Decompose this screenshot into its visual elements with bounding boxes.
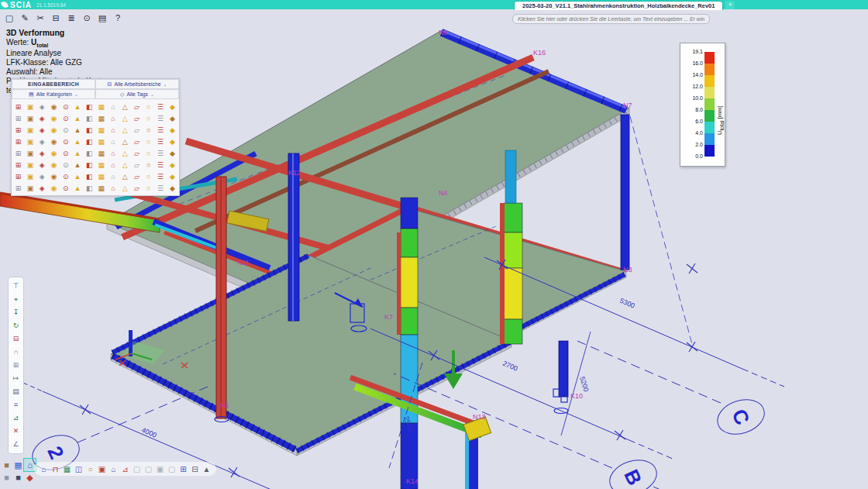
toolbox-icon[interactable]: ◈ — [36, 182, 48, 194]
toolbox-icon[interactable]: △ — [119, 182, 131, 194]
toolbox-icon[interactable]: ◧ — [84, 124, 95, 136]
toolbox-icon[interactable]: ▱ — [131, 182, 143, 194]
toolbox-icon[interactable]: ◆ — [167, 101, 178, 112]
toolbox-icon[interactable]: ▱ — [131, 112, 143, 124]
edit-icon[interactable]: ✎ — [17, 13, 33, 23]
inactive-view-1-icon[interactable]: ▢ — [131, 465, 143, 474]
toolbox-icon[interactable]: ▣ — [24, 170, 36, 182]
toolbox-icon[interactable]: ▣ — [24, 136, 36, 147]
render-surface-icon[interactable]: ▦ — [61, 465, 73, 474]
toolbox-icon[interactable]: ▲ — [71, 170, 83, 182]
view-home-icon[interactable]: ⌂ — [38, 465, 50, 474]
light-icon[interactable]: ○ — [84, 465, 96, 474]
toolbox-icon[interactable]: ☰ — [154, 147, 166, 159]
prism-red-icon[interactable]: ◆ — [24, 471, 36, 484]
toolbox-icon[interactable]: ○ — [143, 182, 154, 194]
toolbox-icon[interactable]: ⌂ — [107, 147, 119, 159]
hinge-icon[interactable]: ⌖ — [14, 293, 18, 306]
toolbox-icon[interactable]: ○ — [143, 159, 154, 170]
toolbox-icon[interactable]: ◈ — [36, 101, 48, 112]
toolbox-icon[interactable]: ⌂ — [107, 182, 119, 194]
toolbox-icon[interactable]: ◈ — [36, 159, 48, 170]
toolbox-icon[interactable]: ○ — [143, 147, 154, 159]
printer-scene-icon[interactable]: ▲ — [201, 465, 212, 474]
toolbox-icon[interactable]: ◆ — [167, 159, 178, 170]
new-tab-button[interactable]: + — [725, 1, 735, 9]
toolbox-icon[interactable]: ▣ — [24, 124, 36, 136]
load-icon[interactable]: ↧ — [13, 306, 19, 319]
toolbox-icon[interactable]: ◆ — [167, 147, 178, 159]
support-icon[interactable]: ⊤ — [13, 280, 19, 293]
toolbox-icon[interactable]: ◉ — [48, 159, 60, 170]
toolbox-icon[interactable]: ◉ — [48, 112, 60, 124]
annotation-input[interactable] — [512, 14, 710, 24]
help-icon[interactable]: ? — [110, 13, 126, 22]
toolbox-icon[interactable]: ▣ — [24, 101, 36, 112]
toolbox-icon[interactable]: ▦ — [95, 124, 107, 136]
labels-icon[interactable]: ▣ — [96, 465, 108, 474]
toolbox-icon[interactable]: △ — [119, 124, 131, 136]
toolbox-icon[interactable]: ◉ — [48, 136, 60, 147]
toolbox-icon[interactable]: ☰ — [154, 124, 166, 136]
toolbox-icon[interactable]: ▣ — [24, 182, 36, 194]
toolbox-icon[interactable]: ▲ — [71, 136, 83, 147]
toolbox-icon[interactable]: △ — [119, 147, 131, 159]
toolbox-icon[interactable]: ▲ — [71, 124, 83, 136]
inactive-view-4-icon[interactable]: ▢ — [166, 465, 177, 474]
toolbox-icon[interactable]: ◉ — [48, 170, 60, 182]
document-tab[interactable]: 2025-03-20_V21.1_Stahlrahmenkonstruktion… — [514, 1, 723, 10]
tools-icon[interactable]: ✂ — [33, 13, 48, 23]
input-panel-header[interactable]: EINGABEBEREICH — [12, 79, 95, 89]
toolbox-icon[interactable]: ◈ — [36, 147, 48, 159]
toolbox-icon[interactable]: △ — [119, 170, 131, 182]
toolbox-icon[interactable]: △ — [119, 159, 131, 170]
toolbox-icon[interactable]: ⊞ — [12, 170, 24, 182]
toolbox-icon[interactable]: ⊞ — [12, 112, 24, 124]
toolbox-icon[interactable]: ◆ — [167, 136, 178, 147]
section-icon[interactable]: ⊿ — [13, 412, 19, 425]
toolbox-icon[interactable]: ▲ — [71, 101, 83, 112]
toolbox-icon[interactable]: ○ — [143, 101, 154, 112]
toolbox-icon[interactable]: ◧ — [84, 182, 95, 194]
toolbox-icon[interactable]: ◆ — [167, 182, 178, 194]
toolbox-icon[interactable]: ▦ — [95, 170, 107, 182]
toolbox-icon[interactable]: ▱ — [131, 159, 143, 170]
box-select-icon[interactable]: ⊟ — [189, 465, 201, 474]
section-view-icon[interactable]: ⊿ — [119, 465, 131, 474]
toolbox-icon[interactable]: ⊙ — [60, 136, 71, 147]
toolbox-icon[interactable]: ○ — [143, 124, 154, 136]
toolbox-icon[interactable]: ⌂ — [107, 159, 119, 170]
view-icon[interactable]: ⊙ — [79, 13, 95, 23]
toolbox-icon[interactable]: ▣ — [24, 147, 36, 159]
view-corner-icon[interactable]: ⊓ — [50, 465, 61, 474]
toolbox-icon[interactable]: ◉ — [48, 182, 60, 194]
toolbox-icon[interactable]: ▲ — [71, 147, 83, 159]
library-icon[interactable]: ▤ — [95, 13, 110, 23]
toolbox-icon[interactable]: ◆ — [167, 112, 178, 124]
print-icon[interactable]: ⊟ — [48, 13, 64, 23]
tags-dropdown[interactable]: ◇ Alle Tags ⌄ — [95, 89, 179, 99]
cube-wire-icon[interactable]: ▦ — [12, 459, 24, 471]
toolbox-icon[interactable]: ⌂ — [107, 101, 119, 112]
toolbox-icon[interactable]: ⊙ — [60, 182, 71, 194]
workspaces-dropdown[interactable]: ⊟ Alle Arbeitsbereiche ⌄ — [95, 79, 179, 89]
move-icon[interactable]: ↦ — [13, 372, 19, 385]
toolbox-icon[interactable]: △ — [119, 136, 131, 147]
cube-solid-icon[interactable]: ■ — [1, 459, 12, 471]
toolbox-icon[interactable]: ☰ — [154, 159, 166, 170]
layers-icon[interactable]: ≡ — [14, 398, 18, 412]
toolbox-icon[interactable]: ○ — [143, 170, 154, 182]
toolbox-icon[interactable]: ⊙ — [60, 170, 71, 182]
toolbox-icon[interactable]: ○ — [143, 112, 154, 124]
toolbox-icon[interactable]: ◉ — [48, 147, 60, 159]
toolbox-icon[interactable]: ◈ — [36, 170, 48, 182]
toolbox-icon[interactable]: ◆ — [167, 170, 178, 182]
toolbox-icon[interactable]: ☰ — [154, 101, 166, 112]
toolbox-icon[interactable]: ◧ — [84, 136, 95, 147]
toolbox-icon[interactable]: ▦ — [95, 159, 107, 170]
cube-dark-icon[interactable]: ■ — [12, 471, 24, 484]
arc-icon[interactable]: ∩ — [13, 346, 18, 359]
toolbox-icon[interactable]: ▦ — [95, 182, 107, 194]
toolbox-icon[interactable]: ⊙ — [60, 124, 71, 136]
toolbox-icon[interactable]: ▱ — [131, 170, 143, 182]
